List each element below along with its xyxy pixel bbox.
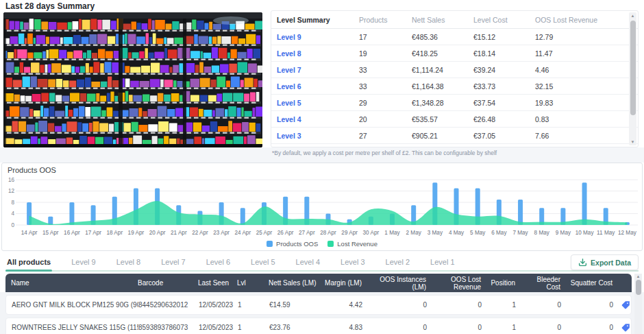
tag-icon[interactable] [621, 323, 630, 333]
column-header-margin-lm: Margin (LM) [321, 279, 369, 287]
cell-products: 27 [359, 132, 412, 140]
x-axis-label: 17 Apr [85, 230, 101, 236]
oos-bar[interactable] [518, 200, 523, 225]
cell-oos-lost-revenue: 11.47 [535, 49, 638, 58]
tab-level-7[interactable]: Level 7 [160, 254, 186, 270]
cell-products: 33 [359, 82, 412, 91]
y-axis-tick: 16 [8, 177, 15, 183]
cell-nett-sales: €905.21 [412, 132, 473, 140]
oos-bar[interactable] [582, 182, 587, 225]
level-summary-panel: Level Summary Products Nett Sales Level … [271, 10, 639, 147]
tab-level-4[interactable]: Level 4 [295, 254, 321, 270]
column-header-squatter-cost: Squatter Cost [567, 279, 619, 287]
cell-products: 29 [359, 99, 412, 107]
x-axis-label: 19 Apr [128, 230, 145, 236]
cell-nett-sales: €1,348.28 [412, 99, 473, 107]
oos-bar[interactable] [69, 202, 74, 225]
x-axis-label: 12 May [618, 230, 637, 236]
cell-oos-lost-revenue: 0 [434, 301, 488, 309]
column-header-name: Name [11, 279, 138, 287]
y-axis-tick: 0 [11, 222, 14, 228]
cell-products: 17 [359, 33, 412, 41]
download-icon [578, 258, 587, 267]
column-header-products: Products [359, 16, 412, 24]
level-link[interactable]: Level 4 [277, 115, 359, 123]
x-axis-label: 30 Apr [363, 230, 380, 236]
tag-icon[interactable] [621, 300, 630, 310]
cell-squatter-cost: 0 [568, 324, 620, 331]
x-axis-label: 8 May [534, 230, 550, 236]
shelf-photo-image [3, 12, 262, 147]
level-summary-row: Level 420€535.57€26.480.83 [271, 111, 638, 128]
cell-bleeder-cost: 0 [523, 324, 568, 331]
tab-level-8[interactable]: Level 8 [115, 254, 142, 270]
x-axis-label: 20 Apr [149, 230, 166, 236]
x-axis-label: 28 Apr [320, 230, 336, 236]
export-data-button[interactable]: Export Data [571, 254, 639, 270]
scrollbar-up-icon[interactable]: ▲ [629, 13, 636, 19]
tab-level-9[interactable]: Level 9 [70, 254, 97, 270]
cell-position: 1 [488, 301, 523, 309]
column-header-lvl: Lvl [237, 279, 269, 287]
cell-level-cost: €33.73 [473, 82, 535, 91]
level-summary-row: Level 917€485.36€15.1212.79 [271, 29, 638, 45]
x-axis-label: 16 Apr [64, 230, 80, 236]
level-summary-row: Level 819€418.25€18.1411.47 [271, 45, 638, 62]
legend-label: Products OOS [276, 240, 318, 248]
tab-level-2[interactable]: Level 2 [384, 254, 411, 270]
x-axis-label: 25 Apr [256, 230, 273, 236]
x-axis-label: 11 May [597, 230, 615, 236]
level-summary-row: Level 327€905.21€37.057.66 [271, 128, 638, 144]
legend-item-lost-revenue[interactable]: Lost Revenue [327, 240, 377, 248]
tab-level-5[interactable]: Level 5 [249, 254, 276, 270]
cell-level-cost: €39.24 [473, 66, 535, 74]
cell-nett-sales: €535.57 [412, 115, 473, 123]
column-header-nett-sales-lm: Nett Sales (LM) [269, 279, 321, 287]
legend-item-products-oos[interactable]: Products OOS [267, 240, 318, 248]
oos-bar[interactable] [240, 208, 245, 225]
level-summary-header: Level Summary Products Nett Sales Level … [271, 11, 638, 29]
scrollbar-up-icon[interactable]: ▲ [634, 274, 642, 278]
level-link[interactable]: Level 3 [277, 132, 359, 140]
level-link[interactable]: Level 5 [277, 99, 359, 107]
products-table-scrollbar[interactable]: ▲ [634, 274, 642, 334]
row-actions [620, 300, 631, 310]
scrollbar-thumb[interactable] [630, 21, 636, 115]
cell-level-cost: €15.12 [473, 33, 535, 41]
cell-oos-lost-revenue: 4.46 [535, 66, 638, 74]
cell-margin-lm: 4.42 [321, 301, 369, 309]
level-summary-scrollbar[interactable]: ▲ ▼ [629, 12, 636, 145]
footnote-strip: *By default, we apply a cost per metre p… [0, 147, 644, 163]
shelf-photo [3, 12, 262, 147]
table-row: AERO GNT MILK BLOCK PM125 90G (90G)84452… [5, 295, 632, 315]
x-axis-label: 21 Apr [171, 230, 187, 236]
scrollbar-thumb[interactable] [636, 280, 641, 295]
column-header-oos-lost-revenue: OOS Lost Revenue [535, 16, 638, 24]
cell-barcode: 8445290632012 [138, 301, 199, 309]
cell-products: 20 [359, 115, 412, 123]
cell-level-cost: €37.54 [473, 99, 535, 107]
level-link[interactable]: Level 8 [277, 49, 359, 58]
cell-lvl: 1 [238, 301, 269, 309]
level-link[interactable]: Level 6 [277, 82, 359, 91]
cell-oos-lost-revenue: 0 [434, 324, 488, 331]
level-link[interactable]: Level 7 [277, 66, 359, 74]
level-summary-row: Level 529€1,348.28€37.5419.83 [271, 95, 638, 111]
cell-last-seen: 12/05/2023 [199, 301, 238, 309]
cell-nett-sales: €1,114.24 [412, 66, 473, 74]
table-row: ROWNTREES JELLY SNAKES 115G (115G)859389… [5, 318, 632, 334]
x-axis-label: 6 May [491, 230, 507, 236]
tab-all-products[interactable]: All products [5, 254, 52, 270]
x-axis-label: 15 Apr [42, 230, 59, 236]
cell-level-cost: €26.48 [473, 115, 535, 123]
level-link[interactable]: Level 9 [277, 33, 359, 41]
x-axis-label: 14 Apr [21, 230, 38, 236]
x-axis-label: 7 May [512, 230, 528, 236]
tab-level-3[interactable]: Level 3 [339, 254, 366, 270]
tab-level-6[interactable]: Level 6 [205, 254, 232, 270]
cell-oos-lost-revenue: 0.83 [535, 115, 638, 123]
tab-level-1[interactable]: Level 1 [429, 254, 456, 270]
scrollbar-down-icon[interactable]: ▼ [629, 139, 636, 145]
x-axis-label: 23 Apr [213, 230, 230, 236]
column-header-bleeder-cost: Bleeder Cost [522, 276, 567, 291]
